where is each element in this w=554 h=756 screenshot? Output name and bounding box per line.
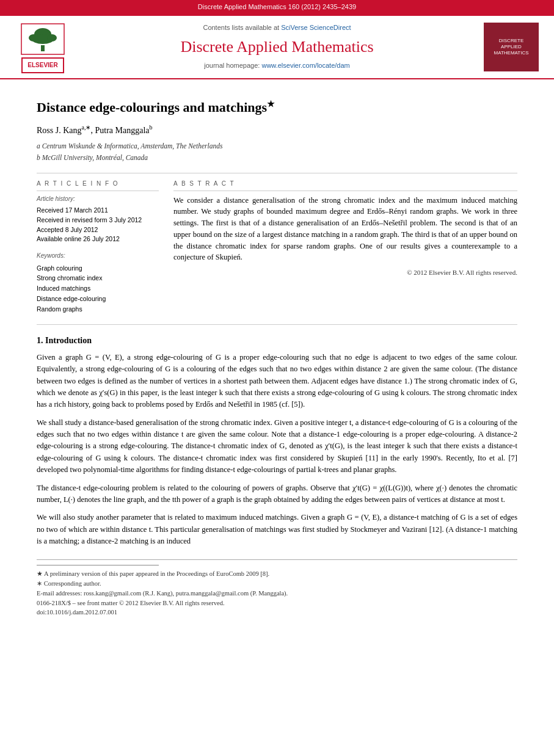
svg-point-5 <box>47 34 57 42</box>
intro-para4: We will also study another parameter tha… <box>37 512 517 547</box>
homepage-line: journal homepage: www.elsevier.com/locat… <box>83 61 471 71</box>
keyword-4: Distance edge-colouring <box>37 294 159 304</box>
article-body: Distance edge-colourings and matchings★ … <box>0 79 554 630</box>
footnote-area: ★ A preliminary version of this paper ap… <box>37 559 517 617</box>
article-info-column: A R T I C L E I N F O Article history: R… <box>37 180 159 314</box>
received1: Received 17 March 2011 <box>37 206 159 216</box>
footnote-doi: doi:10.1016/j.dam.2012.07.001 <box>37 608 517 617</box>
contents-prefix: Contents lists available at <box>203 24 279 31</box>
keyword-1: Graph colouring <box>37 263 159 274</box>
keyword-3: Induced matchings <box>37 283 159 294</box>
svg-point-4 <box>29 34 38 42</box>
author1-sup: a,∗ <box>82 124 91 131</box>
article-title: Distance edge-colourings and matchings★ <box>37 98 517 117</box>
authors-separator: , Putra Manggala <box>90 126 149 135</box>
article-title-text: Distance edge-colourings and matchings <box>37 100 267 115</box>
keyword-5: Random graphs <box>37 304 159 314</box>
elsevier-wordmark: ELSEVIER <box>21 57 64 74</box>
journal-title: Discrete Applied Mathematics <box>83 35 471 59</box>
accepted: Accepted 8 July 2012 <box>37 225 159 235</box>
footnote-divider <box>37 565 159 565</box>
homepage-link[interactable]: www.elsevier.com/locate/dam <box>261 62 349 69</box>
right-box-line3: MATHEMATICS <box>487 50 535 56</box>
abstract-label: A B S T R A C T <box>173 180 517 191</box>
copyright-line: © 2012 Elsevier B.V. All rights reserved… <box>173 268 517 278</box>
homepage-prefix: journal homepage: <box>204 62 260 69</box>
journal-center-info: Contents lists available at SciVerse Sci… <box>83 23 471 71</box>
intro-para1: Given a graph G = (V, E), a strong edge-… <box>37 352 517 411</box>
elsevier-logo-area: ELSEVIER <box>12 21 73 74</box>
svg-rect-1 <box>41 45 45 51</box>
intro-para3: The distance-t edge-colouring problem is… <box>37 482 517 506</box>
journal-header: ELSEVIER Contents lists available at Sci… <box>0 15 554 80</box>
right-journal-box: DISCRETE APPLIED MATHEMATICS <box>484 23 539 71</box>
available-online: Available online 26 July 2012 <box>37 234 159 244</box>
elsevier-tree-logo <box>18 21 67 57</box>
keyword-2: Strong chromatic index <box>37 273 159 283</box>
article-info-label: A R T I C L E I N F O <box>37 180 159 191</box>
affil-a: a Centrum Wiskunde & Informatica, Amster… <box>37 140 517 151</box>
contents-line: Contents lists available at SciVerse Sci… <box>83 23 471 33</box>
journal-citation-text: Discrete Applied Mathematics 160 (2012) … <box>198 3 356 10</box>
intro-para2: We shall study a distance-based generali… <box>37 417 517 476</box>
author1-name: Ross J. Kang <box>37 126 82 135</box>
affil-b: b McGill University, Montréal, Canada <box>37 152 517 163</box>
section-divider <box>37 324 517 325</box>
received2: Received in revised form 3 July 2012 <box>37 216 159 225</box>
keywords-label: Keywords: <box>37 252 159 261</box>
right-box-line1: DISCRETE <box>487 38 535 44</box>
footnote-star: ★ A preliminary version of this paper ap… <box>37 569 517 579</box>
article-title-star: ★ <box>267 100 275 109</box>
affiliations: a Centrum Wiskunde & Informatica, Amster… <box>37 140 517 163</box>
footnote-issn: 0166-218X/$ – see front matter © 2012 El… <box>37 598 517 608</box>
sciverse-link[interactable]: SciVerse ScienceDirect <box>281 24 351 31</box>
journal-citation-bar: Discrete Applied Mathematics 160 (2012) … <box>0 0 554 15</box>
footnote-corresponding: ∗ Corresponding author. <box>37 579 517 589</box>
author2-sup: b <box>150 124 153 131</box>
abstract-column: A B S T R A C T We consider a distance g… <box>173 180 517 314</box>
right-journal-box-area: DISCRETE APPLIED MATHEMATICS <box>481 23 542 71</box>
abstract-text: We consider a distance generalisation of… <box>173 195 517 264</box>
right-box-line2: APPLIED <box>487 44 535 50</box>
info-abstract-columns: A R T I C L E I N F O Article history: R… <box>37 173 517 314</box>
history-label: Article history: <box>37 195 159 204</box>
intro-heading: 1. Introduction <box>37 335 517 347</box>
authors-line: Ross J. Kanga,∗, Putra Manggalab <box>37 123 517 137</box>
footnote-email: E-mail addresses: ross.kang@gmail.com (R… <box>37 589 517 598</box>
